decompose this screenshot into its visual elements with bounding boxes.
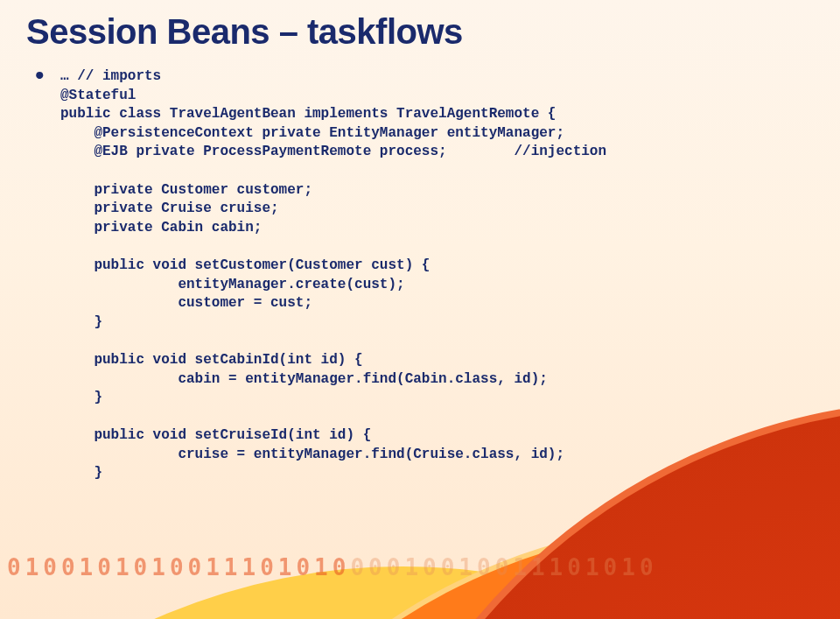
slide-title: Session Beans – taskflows <box>26 12 814 52</box>
binary-right: 00010010011101010 <box>350 554 657 580</box>
arc-orange <box>140 523 840 619</box>
content-row: • … // imports @Stateful public class Tr… <box>35 67 814 483</box>
code-block: … // imports @Stateful public class Trav… <box>60 67 606 483</box>
arc-yellow <box>0 566 840 619</box>
binary-band: 010010101001110101000010010011101010 <box>0 554 840 584</box>
bullet-icon: • <box>35 67 45 83</box>
binary-left: 0100101010011101010 <box>7 554 350 580</box>
